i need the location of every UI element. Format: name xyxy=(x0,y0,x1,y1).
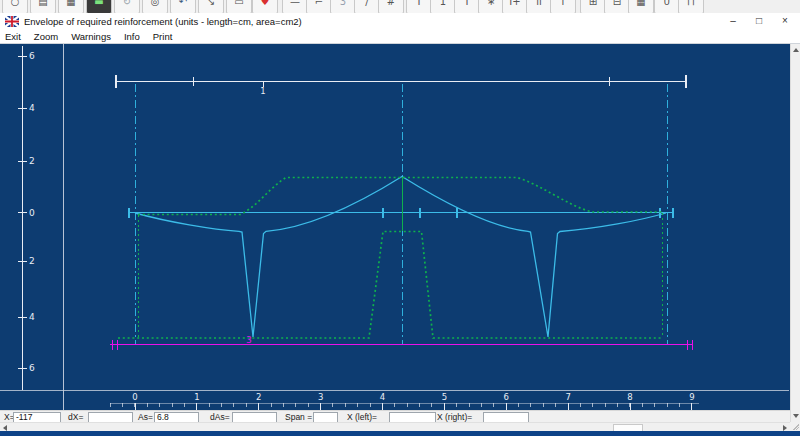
menu-item-print[interactable]: Print xyxy=(149,30,182,43)
x-ruler-labels: 0 xyxy=(132,392,137,402)
refresh-icon[interactable]: ↻ xyxy=(114,0,140,14)
plot-canvas[interactable]: 6420246130123456789 xyxy=(0,44,790,410)
span-number-label: 1 xyxy=(260,86,265,96)
x-ruler-labels: 6 xyxy=(504,392,509,402)
y-axis-labels: 6 xyxy=(29,363,35,373)
section-info-icon[interactable]: il xyxy=(526,0,552,14)
section-one-icon[interactable]: 1 xyxy=(430,0,456,14)
y-axis-labels: 0 xyxy=(29,208,35,218)
vertical-scrollbar[interactable] xyxy=(790,44,800,422)
display-icon[interactable]: ▬ xyxy=(86,0,112,14)
section-icon[interactable]: I xyxy=(406,0,432,14)
boxed-info-icon[interactable]: i xyxy=(550,0,576,14)
spline-icon[interactable]: 3 xyxy=(330,0,356,14)
x-ruler-labels: 9 xyxy=(689,392,694,402)
window-title: Envelope of required reinforcement (unit… xyxy=(24,13,302,30)
x-ruler-labels: 8 xyxy=(627,392,632,402)
x-ruler-labels: 1 xyxy=(194,392,199,402)
x-ruler-labels: 2 xyxy=(256,392,261,402)
hatch-icon[interactable]: # xyxy=(378,0,404,14)
resize-icon[interactable]: ↘ xyxy=(198,0,224,14)
section-props-icon[interactable]: I xyxy=(454,0,480,14)
x-ruler-labels: 7 xyxy=(565,392,570,402)
add-section-icon[interactable]: I+ xyxy=(502,0,528,14)
ruler-icon[interactable]: ▭ xyxy=(226,0,252,14)
maximize-button[interactable]: □ xyxy=(746,13,772,30)
menubar: ExitZoomWarningsInfoPrint xyxy=(0,30,800,44)
table-icon[interactable]: ▦ xyxy=(628,0,654,14)
zoom-icon[interactable]: ◎ xyxy=(142,0,168,14)
menu-item-info[interactable]: Info xyxy=(120,30,149,43)
taskbar-edge xyxy=(0,431,800,436)
undo-icon[interactable]: ↶ xyxy=(170,0,196,14)
favorites-icon[interactable]: ♥ xyxy=(252,0,278,14)
menu-item-zoom[interactable]: Zoom xyxy=(30,30,67,43)
y-axis-labels: 4 xyxy=(29,312,35,322)
provided-bottom-envelope xyxy=(118,232,663,339)
titlebar: Envelope of required reinforcement (unit… xyxy=(0,13,800,30)
clip-icon[interactable]: ∪ xyxy=(654,0,680,14)
x-ruler-labels: 4 xyxy=(380,392,385,402)
grid-icon[interactable]: ⊞ xyxy=(580,0,606,14)
scrollbar-corner xyxy=(790,422,800,431)
status-label-dx: dX= xyxy=(68,412,83,422)
status-label-span: Span = xyxy=(285,412,312,422)
plot-area[interactable]: 6420246130123456789 xyxy=(0,44,790,410)
y-axis-labels: 4 xyxy=(29,103,35,113)
app-toolbar: ○▤▦▬↻◎↶↘▭♥—⌐3∕#I1I∗I+ili⊞⊟▦∪⊓ xyxy=(0,0,800,14)
resize-grip-icon[interactable] xyxy=(792,423,799,430)
close-button[interactable]: × xyxy=(772,13,798,30)
grid-minus-icon[interactable]: ⊟ xyxy=(604,0,630,14)
scroll-up-icon[interactable] xyxy=(793,48,799,52)
y-axis-labels: 2 xyxy=(29,156,35,166)
status-label-as: As= xyxy=(138,412,153,422)
polyline-icon[interactable]: ⌐ xyxy=(306,0,332,14)
window-controls: – □ × xyxy=(720,13,798,30)
scroll-down-icon[interactable] xyxy=(793,414,799,418)
y-axis-labels: 6 xyxy=(29,51,35,61)
status-label-das: dAs= xyxy=(210,412,230,422)
minimize-button[interactable]: – xyxy=(720,13,746,30)
application-window: ○▤▦▬↻◎↶↘▭♥—⌐3∕#I1I∗I+ili⊞⊟▦∪⊓ Envelope o… xyxy=(0,0,800,436)
status-label-x-right: X (right)= xyxy=(437,412,472,422)
required-reinforcement-envelope xyxy=(135,177,666,338)
x-ruler-labels: 3 xyxy=(318,392,323,402)
statusbar: X=-117dX=As=6.8dAs=Span =X (left)=X (rig… xyxy=(0,410,790,422)
horizontal-scrollbar[interactable] xyxy=(0,422,790,431)
status-label-x-left: X (left)= xyxy=(347,412,377,422)
clock-icon[interactable]: ○ xyxy=(2,0,28,14)
app-icon-flag xyxy=(5,16,19,27)
provided-top-envelope xyxy=(138,178,662,215)
column-icon[interactable]: ⊓ xyxy=(678,0,704,14)
menu-item-warnings[interactable]: Warnings xyxy=(67,30,120,43)
line-icon[interactable]: — xyxy=(282,0,308,14)
menu-item-exit[interactable]: Exit xyxy=(1,30,30,43)
tree-icon[interactable]: ∗ xyxy=(478,0,504,14)
export-icon[interactable]: ▦ xyxy=(58,0,84,14)
x-ruler-labels: 5 xyxy=(442,392,447,402)
y-axis-labels: 2 xyxy=(29,256,35,266)
save-icon[interactable]: ▤ xyxy=(30,0,56,14)
pen-icon[interactable]: ∕ xyxy=(354,0,380,14)
base-line-label: 3 xyxy=(246,335,251,345)
